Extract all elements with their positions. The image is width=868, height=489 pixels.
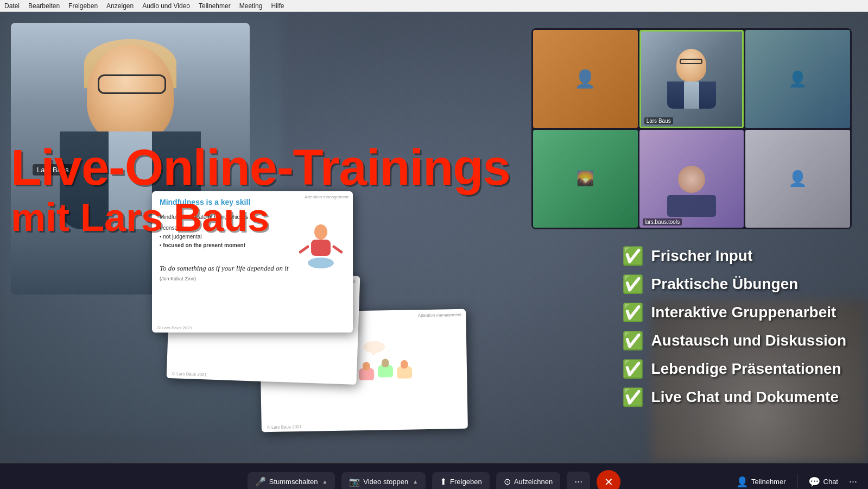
features-list: ✅ Frischer Input ✅ Praktische Übungen ✅ … bbox=[622, 246, 846, 415]
feature-text-1: Frischer Input bbox=[651, 247, 753, 265]
video-cell-presenter: Lars Baus bbox=[639, 30, 744, 128]
check-icon-1: ✅ bbox=[622, 246, 644, 266]
feature-text-6: Live Chat und Dokumente bbox=[651, 388, 839, 406]
menu-teilnehmer[interactable]: Teilnehmer bbox=[199, 2, 231, 10]
video-cell-4: 🌄 bbox=[533, 130, 638, 228]
video-label: Video stoppen bbox=[363, 478, 408, 486]
menu-freigeben[interactable]: Freigeben bbox=[68, 2, 98, 10]
video-cell-3: 👤 bbox=[745, 30, 850, 128]
chat-button[interactable]: 💬 Chat bbox=[808, 476, 838, 488]
video-button[interactable]: 📷 Video stoppen ▲ bbox=[341, 472, 426, 489]
video-person-5 bbox=[639, 130, 744, 228]
check-icon-2: ✅ bbox=[622, 274, 644, 294]
feature-text-2: Praktische Übungen bbox=[651, 275, 799, 293]
svg-point-2 bbox=[308, 258, 334, 268]
check-icon-4: ✅ bbox=[622, 330, 644, 351]
toolbar: 🎤 Stummschalten ▲ 📷 Video stoppen ▲ ⬆ Fr… bbox=[0, 463, 868, 489]
video-person-4: 🌄 bbox=[533, 130, 638, 228]
share-button[interactable]: ⬆ Freigeben bbox=[432, 472, 490, 489]
more-button[interactable]: ··· bbox=[567, 472, 590, 489]
svg-rect-25 bbox=[359, 371, 374, 380]
presenter-inner bbox=[641, 32, 743, 127]
check-icon-5: ✅ bbox=[622, 359, 644, 379]
mute-label: Stummschalten bbox=[269, 478, 318, 486]
menubar: Datei Bearbeiten Freigeben Anzeigen Audi… bbox=[0, 0, 868, 12]
svg-rect-31 bbox=[397, 368, 412, 378]
record-icon: ⊙ bbox=[504, 477, 511, 487]
menu-bearbeiten[interactable]: Bearbeiten bbox=[28, 2, 60, 10]
svg-line-3 bbox=[300, 247, 308, 252]
menu-meeting[interactable]: Meeting bbox=[239, 2, 263, 10]
participants-label: Teilnehmer bbox=[751, 478, 786, 486]
slide1-quote-author: (Jon Kabat-Zinn) bbox=[160, 275, 345, 283]
feature-item-1: ✅ Frischer Input bbox=[622, 246, 846, 266]
title-line1: Live-Online-Trainings bbox=[11, 142, 510, 192]
main-content: Lars Baus Live-Online-Trainings mit Lars… bbox=[0, 12, 868, 463]
end-call-icon: ✕ bbox=[604, 475, 613, 488]
toolbar-divider bbox=[797, 474, 797, 490]
record-label: Aufzeichnen bbox=[514, 478, 553, 486]
end-call-button[interactable]: ✕ bbox=[597, 470, 620, 490]
svg-point-34 bbox=[363, 341, 385, 353]
feature-item-4: ✅ Austausch und Diskussion bbox=[622, 330, 846, 351]
video-icon: 📷 bbox=[349, 477, 360, 487]
video-person-3: 👤 bbox=[745, 30, 850, 128]
menu-datei[interactable]: Datei bbox=[4, 2, 20, 10]
svg-rect-28 bbox=[378, 367, 393, 377]
mute-arrow: ▲ bbox=[322, 479, 327, 485]
svg-marker-35 bbox=[371, 353, 376, 356]
chat-icon: 💬 bbox=[808, 476, 820, 488]
title-line2: mit Lars Baus bbox=[11, 198, 510, 237]
menu-audio-video[interactable]: Audio und Video bbox=[142, 2, 190, 10]
chat-label: Chat bbox=[823, 478, 838, 486]
feature-item-3: ✅ Interaktive Gruppenarbeit bbox=[622, 302, 846, 323]
feature-item-5: ✅ Lebendige Präsentationen bbox=[622, 359, 846, 379]
video-arrow: ▲ bbox=[413, 479, 418, 485]
menu-anzeigen[interactable]: Anzeigen bbox=[106, 2, 134, 10]
svg-line-4 bbox=[334, 247, 341, 252]
slide3-footer: © Lars Baus 2021 bbox=[267, 424, 302, 430]
video-cell-5-name: lars.baus.tools bbox=[643, 218, 682, 225]
feature-text-3: Interaktive Gruppenarbeit bbox=[651, 304, 837, 321]
feature-text-5: Lebendige Präsentationen bbox=[651, 360, 841, 378]
presenter-face-circle bbox=[87, 45, 174, 142]
main-title-overlay: Live-Online-Trainings mit Lars Baus bbox=[11, 142, 510, 237]
participants-icon: 👤 bbox=[736, 476, 748, 488]
video-person-6: 👤 bbox=[745, 130, 850, 228]
record-button[interactable]: ⊙ Aufzeichnen bbox=[496, 472, 561, 489]
menu-hilfe[interactable]: Hilfe bbox=[271, 2, 284, 10]
feature-item-6: ✅ Live Chat und Dokumente bbox=[622, 387, 846, 408]
video-cell-presenter-name: Lars Baus bbox=[644, 117, 673, 124]
video-grid: 👤 Lars Baus 👤 � bbox=[531, 28, 852, 229]
right-more-icon: ··· bbox=[849, 476, 857, 487]
slide2-footer: © Lars Baus 2021 bbox=[172, 371, 207, 377]
participants-button[interactable]: 👤 Teilnehmer bbox=[736, 476, 786, 488]
slide3-topic: Attention management bbox=[418, 312, 462, 318]
feature-text-4: Austausch und Diskussion bbox=[651, 332, 846, 349]
mic-icon: 🎤 bbox=[255, 477, 266, 487]
video-cell-5: lars.baus.tools bbox=[639, 130, 744, 228]
mute-button[interactable]: 🎤 Stummschalten ▲ bbox=[248, 472, 335, 489]
more-icon: ··· bbox=[574, 476, 582, 487]
video-person-1: 👤 bbox=[533, 30, 638, 128]
toolbar-right: 👤 Teilnehmer 💬 Chat ··· bbox=[736, 474, 857, 490]
check-icon-3: ✅ bbox=[622, 302, 644, 323]
right-more-button[interactable]: ··· bbox=[849, 476, 857, 487]
video-cell-1: 👤 bbox=[533, 30, 638, 128]
feature-item-2: ✅ Praktische Übungen bbox=[622, 274, 846, 294]
slide1-footer: © Lars Baus 2021 bbox=[157, 325, 192, 330]
svg-rect-1 bbox=[311, 240, 331, 256]
share-label: Freigeben bbox=[450, 478, 482, 486]
video-cell-6: 👤 bbox=[745, 130, 850, 228]
share-icon: ⬆ bbox=[440, 477, 447, 487]
check-icon-6: ✅ bbox=[622, 387, 644, 408]
